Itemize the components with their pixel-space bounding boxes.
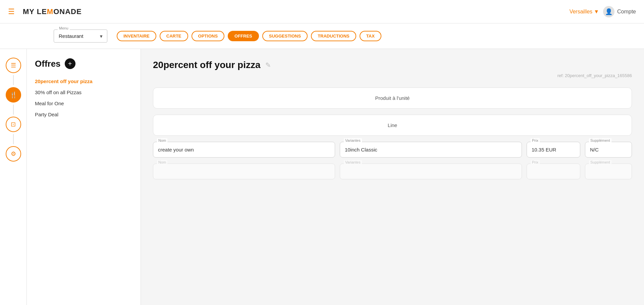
offers-title: Offres xyxy=(35,59,61,69)
table-icon[interactable]: ⊡ xyxy=(6,117,21,132)
form-row-1: Nom Variantes Prix Supplément xyxy=(153,142,632,158)
form-row-2: Nom Variantes Prix Supplément xyxy=(153,164,632,179)
supplement-label: Supplément xyxy=(589,138,611,142)
tab-pills: INVENTAIRECARTEOPTIONSOFFRESSUGGESTIONST… xyxy=(117,31,381,41)
prix2-field-wrapper: Prix xyxy=(527,164,580,179)
location-button[interactable]: Versailles ▼ xyxy=(570,9,599,15)
tab-options[interactable]: OPTIONS xyxy=(192,31,225,41)
supplement2-field-wrapper: Supplément xyxy=(585,164,632,179)
prix-input[interactable] xyxy=(527,142,580,158)
menu-select[interactable]: Restaurant xyxy=(54,29,107,43)
offers-list: 20percent off your pizza30% off on all P… xyxy=(35,76,132,120)
variantes2-input[interactable] xyxy=(340,164,522,179)
prix2-input[interactable] xyxy=(527,164,580,179)
detail-panel: 20percent off your pizza ✎ ref: 20percen… xyxy=(141,49,644,305)
supplement2-input[interactable] xyxy=(585,164,632,179)
account-area: 👤 Compte xyxy=(603,6,636,17)
nom-field-wrapper: Nom xyxy=(153,142,335,158)
menu-select-wrapper: Menu Restaurant ▼ xyxy=(54,29,107,43)
nom2-label: Nom xyxy=(157,160,167,164)
menu-select-label: Menu xyxy=(58,26,70,30)
prix-field-wrapper: Prix xyxy=(527,142,580,158)
offers-panel: Offres + 20percent off your pizza30% off… xyxy=(27,49,141,305)
variantes-input[interactable] xyxy=(340,142,522,158)
detail-title: 20percent off your pizza xyxy=(153,60,261,70)
tab-inventaire[interactable]: INVENTAIRE xyxy=(117,31,156,41)
supplement-input[interactable] xyxy=(585,142,632,158)
tab-traductions[interactable]: TRADUCTIONS xyxy=(311,31,356,41)
variantes2-label: Variantes xyxy=(344,160,362,164)
menu-icon[interactable]: ☰ xyxy=(6,58,21,73)
menubar: Menu Restaurant ▼ INVENTAIRECARTEOPTIONS… xyxy=(0,23,644,49)
nom-input[interactable] xyxy=(153,142,335,158)
nom2-input[interactable] xyxy=(153,164,335,179)
account-icon[interactable]: 👤 xyxy=(603,6,614,17)
detail-ref: ref: 20percent_off_your_pizza_165586 xyxy=(153,73,632,78)
nom-label: Nom xyxy=(157,138,167,142)
main-layout: ☰🍴⊡⚙ Offres + 20percent off your pizza30… xyxy=(0,49,644,305)
offer-item-offer-2[interactable]: 30% off on all Pizzas xyxy=(35,87,132,98)
logo-highlight: M xyxy=(47,7,53,16)
sidebar-connector xyxy=(13,134,14,144)
edit-icon[interactable]: ✎ xyxy=(265,61,271,69)
chevron-down-icon: ▼ xyxy=(594,9,599,15)
gear-icon[interactable]: ⚙ xyxy=(6,146,21,162)
tab-suggestions[interactable]: SUGGESTIONS xyxy=(262,31,308,41)
logo: MY LEMONADE xyxy=(23,7,82,16)
tab-tax[interactable]: TAX xyxy=(360,31,381,41)
prix2-label: Prix xyxy=(531,160,540,164)
tab-offres[interactable]: OFFRES xyxy=(228,31,259,41)
line-block: Line xyxy=(153,115,632,136)
hamburger-icon[interactable]: ☰ xyxy=(8,7,15,16)
produit-label: Produit à l'unité xyxy=(375,95,410,101)
offer-item-offer-1[interactable]: 20percent off your pizza xyxy=(35,76,132,87)
sidebar-connector xyxy=(13,75,14,85)
add-offer-button[interactable]: + xyxy=(65,58,75,69)
nom2-field-wrapper: Nom xyxy=(153,164,335,179)
sidebar-connector xyxy=(13,105,14,115)
line-label: Line xyxy=(388,122,397,128)
offers-header: Offres + xyxy=(35,58,132,69)
sidebar-icons: ☰🍴⊡⚙ xyxy=(0,49,27,305)
prix-label: Prix xyxy=(531,138,540,142)
account-label: Compte xyxy=(617,9,636,15)
offer-item-offer-4[interactable]: Party Deal xyxy=(35,109,132,120)
variantes-field-wrapper: Variantes xyxy=(340,142,522,158)
produit-block: Produit à l'unité xyxy=(153,87,632,109)
detail-header: 20percent off your pizza ✎ xyxy=(153,60,632,70)
location-label: Versailles xyxy=(570,9,592,15)
supplement-field-wrapper: Supplément xyxy=(585,142,632,158)
offer-item-offer-3[interactable]: Meal for One xyxy=(35,98,132,109)
tab-carte[interactable]: CARTE xyxy=(160,31,188,41)
fork-icon[interactable]: 🍴 xyxy=(6,87,21,103)
variantes-label: Variantes xyxy=(344,138,362,142)
supplement2-label: Supplément xyxy=(589,160,611,164)
top-navigation: ☰ MY LEMONADE Versailles ▼ 👤 Compte xyxy=(0,0,644,23)
variantes2-field-wrapper: Variantes xyxy=(340,164,522,179)
